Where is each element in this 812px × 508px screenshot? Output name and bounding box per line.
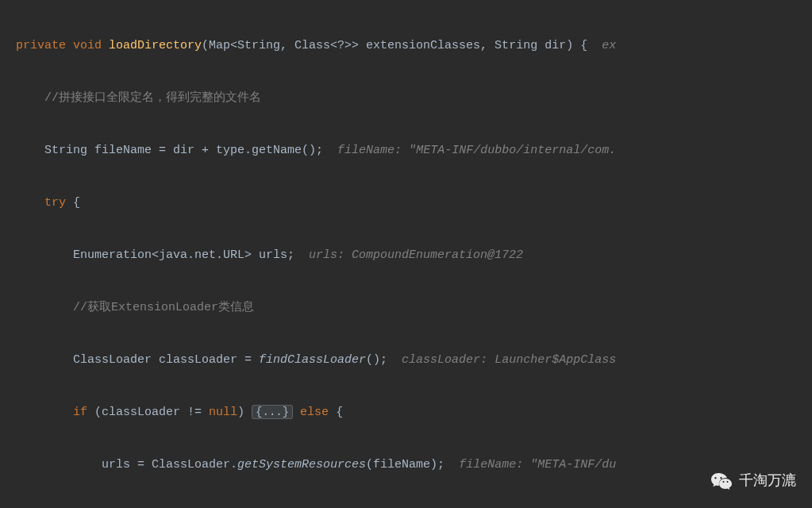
code-text: (); <box>366 353 402 367</box>
code-text: (fileName); <box>366 458 459 471</box>
field: type <box>216 144 244 157</box>
code-line[interactable]: //拼接接口全限定名，得到完整的文件名 <box>16 85 812 111</box>
code-text: urls = ClassLoader. <box>102 458 237 471</box>
static-call: findClassLoader <box>259 353 366 367</box>
wechat-icon <box>710 471 733 491</box>
keyword: null <box>209 406 237 419</box>
fold-region[interactable]: {...} <box>252 405 293 419</box>
method-name: loadDirectory <box>102 39 202 52</box>
inline-hint: fileName: "META-INF/dubbo/internal/com. <box>337 144 616 157</box>
code-line[interactable]: if (classLoader != null) {...} else { <box>16 399 812 425</box>
keyword: try <box>44 196 66 210</box>
code-line[interactable]: } <box>16 504 812 508</box>
brace: { <box>66 196 80 210</box>
params: (Map<String, Class<?>> extensionClasses,… <box>202 39 602 52</box>
code-line[interactable]: Enumeration<java.net.URL> urls; urls: Co… <box>16 242 812 268</box>
inline-hint: classLoader: Launcher$AppClass <box>402 353 616 367</box>
code-text: ) <box>237 406 252 419</box>
keyword: if <box>73 406 87 419</box>
code-line[interactable]: urls = ClassLoader.getSystemResources(fi… <box>16 452 812 478</box>
code-text: ClassLoader classLoader = <box>73 353 259 367</box>
code-line[interactable]: //获取ExtensionLoader类信息 <box>16 294 812 321</box>
inline-hint: ex <box>602 39 616 52</box>
keyword: private void <box>16 39 102 52</box>
inline-hint: urls: CompoundEnumeration@1722 <box>309 248 523 262</box>
code-text: (classLoader != <box>87 406 209 419</box>
code-line[interactable]: private void loadDirectory(Map<String, C… <box>16 33 812 59</box>
comment: //拼接接口全限定名，得到完整的文件名 <box>44 91 261 105</box>
code-editor[interactable]: private void loadDirectory(Map<String, C… <box>0 0 812 508</box>
comment: //获取ExtensionLoader类信息 <box>73 301 254 314</box>
inline-hint: fileName: "META-INF/du <box>459 458 616 471</box>
code-text: .getName(); <box>244 144 337 157</box>
code-line[interactable]: try { <box>16 190 812 216</box>
keyword: else <box>293 406 329 419</box>
brace: { <box>329 406 343 419</box>
static-call: getSystemResources <box>237 458 366 471</box>
watermark: 千淘万漉 <box>710 468 796 494</box>
code-text: String fileName = dir + <box>44 144 216 157</box>
code-text: Enumeration<java.net.URL> urls; <box>73 248 309 262</box>
code-line[interactable]: ClassLoader classLoader = findClassLoade… <box>16 347 812 373</box>
code-line[interactable]: String fileName = dir + type.getName(); … <box>16 137 812 164</box>
watermark-text: 千淘万漉 <box>739 468 796 494</box>
